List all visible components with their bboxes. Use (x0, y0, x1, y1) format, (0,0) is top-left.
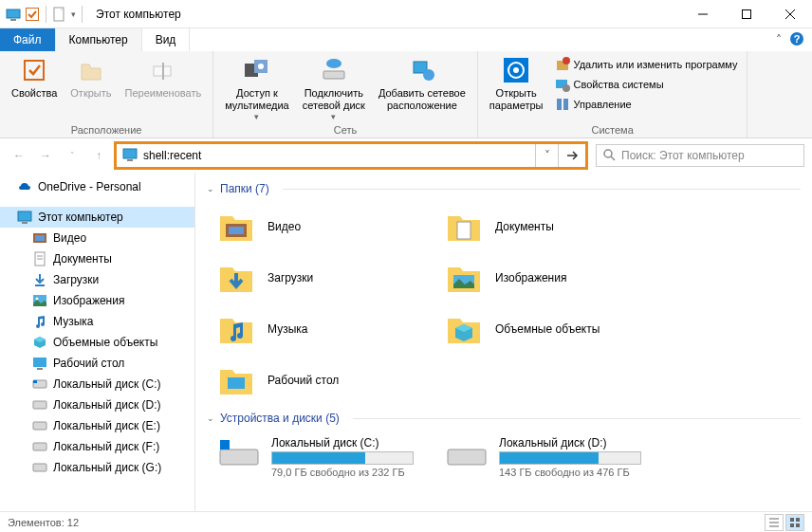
sidebar-item-pictures[interactable]: Изображения (0, 290, 194, 311)
svg-rect-30 (127, 159, 133, 161)
section-drives[interactable]: ⌄ Устройства и диски (5) (207, 406, 801, 431)
window-controls (681, 0, 812, 28)
drive-d[interactable]: Локальный диск (D:) 143 ГБ свободно из 4… (434, 431, 662, 484)
search-box[interactable]: Поиск: Этот компьютер (596, 144, 804, 167)
address-bar[interactable] (117, 144, 536, 167)
folder-3dobjects[interactable]: Объемные объекты (434, 303, 662, 355)
content-pane[interactable]: ⌄ Папки (7) Видео Документы Загрузки Изо… (195, 173, 812, 511)
sidebar-item-music[interactable]: Музыка (0, 311, 194, 332)
sidebar-item-onedrive[interactable]: OneDrive - Personal (0, 176, 194, 197)
svg-rect-28 (563, 99, 568, 110)
music-icon (32, 314, 47, 329)
up-button[interactable]: ↑ (87, 144, 110, 167)
folder-music[interactable]: Музыка (207, 303, 434, 355)
monitor-icon (6, 7, 21, 22)
go-button[interactable] (559, 144, 585, 167)
collapse-ribbon-icon[interactable]: ˄ (776, 33, 782, 46)
svg-point-17 (326, 59, 341, 68)
media-access-button[interactable]: Доступ к мультимедиа▾ (219, 53, 295, 123)
svg-rect-51 (33, 464, 46, 471)
drive-icon (32, 460, 47, 475)
chevron-down-icon: ⌄ (207, 413, 214, 423)
drives-grid: Локальный диск (C:) 79,0 ГБ свободно из … (207, 431, 801, 484)
recent-dropdown[interactable]: ˅ (61, 144, 83, 167)
drive-usage-bar (271, 451, 414, 465)
folder-downloads[interactable]: Загрузки (207, 252, 434, 303)
checkbox-icon[interactable] (25, 7, 40, 22)
folder-pictures[interactable]: Изображения (434, 252, 662, 303)
ribbon: Свойства Открыть Переименовать Расположе… (0, 51, 812, 138)
open-button: Открыть (65, 53, 117, 101)
sidebar-item-diske[interactable]: Локальный диск (E:) (0, 415, 194, 436)
body: OneDrive - Personal Этот компьютер Видео… (0, 173, 812, 511)
svg-rect-27 (557, 99, 562, 110)
navigation-pane[interactable]: OneDrive - Personal Этот компьютер Видео… (0, 173, 195, 511)
svg-point-19 (423, 69, 434, 81)
svg-rect-54 (457, 222, 471, 239)
folder-documents[interactable]: Документы (434, 201, 662, 252)
sidebar-item-desktop[interactable]: Рабочий стол (0, 353, 194, 374)
svg-rect-10 (25, 61, 44, 80)
map-drive-button[interactable]: Подключить сетевой диск▾ (297, 53, 371, 123)
help-icon[interactable]: ? (789, 31, 804, 49)
folder-desktop[interactable]: Рабочий стол (207, 355, 434, 406)
minimize-button[interactable] (681, 0, 725, 28)
title-bar: ▾ Этот компьютер (0, 0, 812, 28)
drive-icon (32, 397, 47, 413)
sidebar-item-documents[interactable]: Документы (0, 248, 194, 269)
rename-button: Переименовать (120, 53, 208, 101)
sysprops-icon (555, 77, 570, 92)
cloud-icon (17, 179, 32, 194)
drive-c[interactable]: Локальный диск (C:) 79,0 ГБ свободно из … (207, 431, 434, 484)
picture-icon (32, 293, 47, 308)
svg-rect-63 (790, 518, 794, 522)
sidebar-item-thispc[interactable]: Этот компьютер (0, 207, 194, 228)
svg-rect-47 (33, 380, 37, 383)
maximize-button[interactable] (725, 0, 768, 28)
svg-rect-34 (18, 211, 31, 221)
svg-point-15 (258, 64, 264, 69)
tab-computer[interactable]: Компьютер (56, 28, 142, 51)
sidebar-item-video[interactable]: Видео (0, 228, 194, 248)
manage-icon (555, 97, 570, 112)
tab-file[interactable]: Файл (0, 28, 56, 51)
address-dropdown[interactable]: ˅ (536, 144, 559, 167)
svg-rect-35 (22, 222, 28, 224)
window-title: Этот компьютер (96, 8, 181, 21)
drive-usage-bar (499, 451, 641, 465)
ribbon-group-location: Свойства Открыть Переименовать Расположе… (0, 51, 213, 138)
ribbon-tabs: Файл Компьютер Вид ˄ ? (0, 28, 812, 51)
svg-rect-57 (220, 449, 258, 465)
sidebar-item-diskf[interactable]: Локальный диск (F:) (0, 436, 194, 457)
svg-text:?: ? (794, 33, 801, 45)
manage-button[interactable]: Управление (551, 95, 742, 114)
chevron-down-icon[interactable]: ▾ (71, 9, 76, 19)
details-view-button[interactable] (765, 514, 784, 531)
close-button[interactable] (768, 0, 812, 28)
section-folders[interactable]: ⌄ Папки (7) (207, 176, 801, 201)
open-settings-button[interactable]: Открыть параметры (484, 53, 549, 114)
settings-icon (501, 55, 531, 85)
forward-button[interactable]: → (34, 144, 57, 167)
sidebar-item-diskg[interactable]: Локальный диск (G:) (0, 457, 194, 478)
uninstall-button[interactable]: Удалить или изменить программу (551, 55, 742, 74)
separator (82, 6, 83, 23)
open-icon (76, 55, 106, 85)
properties-button[interactable]: Свойства (6, 53, 63, 101)
monitor-icon (17, 210, 32, 225)
sidebar-item-3dobjects[interactable]: Объемные объекты (0, 332, 194, 353)
tab-view[interactable]: Вид (142, 28, 191, 51)
back-button[interactable]: ← (8, 144, 30, 167)
address-input[interactable] (143, 149, 529, 162)
sidebar-item-diskd[interactable]: Локальный диск (D:) (0, 394, 194, 415)
sidebar-item-diskc[interactable]: Локальный диск (C:) (0, 374, 194, 394)
add-network-button[interactable]: Добавить сетевое расположение (373, 53, 471, 114)
item-count: Элементов: 12 (8, 517, 79, 528)
icons-view-button[interactable] (785, 514, 804, 531)
rename-icon (148, 55, 178, 85)
system-props-button[interactable]: Свойства системы (551, 75, 742, 94)
folder-video[interactable]: Видео (207, 201, 434, 252)
drive-icon (32, 376, 47, 392)
address-bar-highlight: ˅ (114, 141, 588, 170)
sidebar-item-downloads[interactable]: Загрузки (0, 269, 194, 290)
